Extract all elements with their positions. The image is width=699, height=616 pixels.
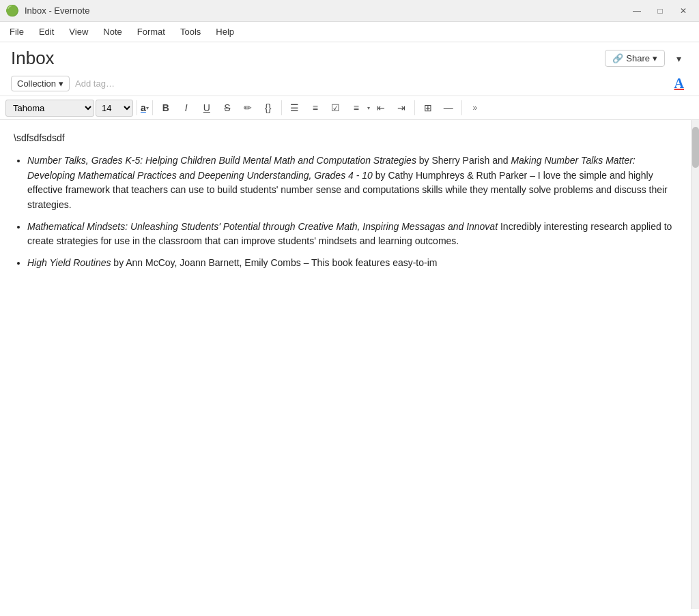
share-icon: 🔗 (612, 53, 623, 63)
menu-bar: File Edit View Note Format Tools Help (0, 22, 699, 42)
underline-button[interactable]: U (197, 99, 216, 117)
scrollbar-thumb[interactable] (692, 127, 699, 168)
more-options-button[interactable]: ▾ (669, 50, 688, 68)
tag-bar: Collection ▾ Add tag… A (0, 72, 699, 96)
window-title: Inbox - Evernote (25, 5, 89, 16)
title-bar: 🟢 Inbox - Evernote — □ ✕ (0, 0, 699, 22)
strikethrough-button[interactable]: S (218, 99, 237, 117)
list-item: High Yield Routines by Ann McCoy, Joann … (27, 256, 677, 271)
bullet-list: Number Talks, Grades K-5: Helping Childr… (27, 153, 677, 271)
toolbar-separator-5 (461, 100, 462, 115)
italic-button[interactable]: I (177, 99, 196, 117)
font-family-select[interactable]: Tahoma (5, 100, 94, 117)
table-button[interactable]: ⊞ (418, 99, 438, 117)
rule-button[interactable]: — (439, 99, 458, 117)
list-item-1-italic: Number Talks, Grades K-5: Helping Childr… (27, 155, 416, 166)
app-icon: 🟢 (5, 4, 19, 18)
minimize-button[interactable]: — (627, 4, 647, 18)
collection-button[interactable]: Collection ▾ (11, 76, 70, 91)
bold-button[interactable]: B (156, 99, 175, 117)
vertical-scrollbar[interactable] (691, 120, 699, 609)
outdent-button[interactable]: ⇤ (371, 99, 390, 117)
title-bar-left: 🟢 Inbox - Evernote (5, 4, 89, 18)
font-color-button[interactable]: A (670, 74, 688, 93)
indent-button[interactable]: ⇥ (392, 99, 411, 117)
share-button[interactable]: 🔗 Share ▾ (605, 50, 665, 67)
list-item-3-italic: High Yield Routines (27, 257, 111, 268)
share-label: Share (626, 53, 650, 63)
content-area: \sdfsdfsdsdf Number Talks, Grades K-5: H… (0, 120, 699, 609)
code-button[interactable]: {} (259, 99, 278, 117)
expand-toolbar-button[interactable]: » (466, 99, 485, 117)
note-content-body[interactable]: \sdfsdfsdsdf Number Talks, Grades K-5: H… (0, 120, 691, 609)
collection-dropdown-icon: ▾ (59, 78, 63, 89)
toolbar-separator-4 (414, 100, 415, 115)
list-item: Number Talks, Grades K-5: Helping Childr… (27, 153, 677, 213)
font-color-toolbar-btn[interactable]: a ▾ (141, 102, 149, 113)
note-title: Inbox (11, 48, 55, 69)
collection-label: Collection (17, 78, 56, 89)
maximize-button[interactable]: □ (650, 4, 670, 18)
checkbox-button[interactable]: ☑ (326, 99, 345, 117)
note-header: Inbox 🔗 Share ▾ ▾ (0, 42, 699, 72)
list-item-3-suffix: by Ann McCoy, Joann Barnett, Emily Combs… (113, 257, 437, 268)
highlight-button[interactable]: ✏ (238, 99, 257, 117)
menu-file[interactable]: File (3, 24, 31, 40)
bullet-list-button[interactable]: ☰ (285, 99, 304, 117)
header-actions: 🔗 Share ▾ ▾ (605, 50, 688, 68)
list-item-2-italic: Mathematical Mindsets: Unleashing Studen… (27, 221, 498, 232)
menu-note[interactable]: Note (96, 24, 128, 40)
menu-tools[interactable]: Tools (173, 24, 208, 40)
menu-help[interactable]: Help (209, 24, 241, 40)
path-text: \sdfsdfsdsdf (14, 131, 677, 145)
window-controls: — □ ✕ (627, 4, 694, 18)
font-color-a-label: a (141, 102, 146, 113)
font-color-dropdown-icon: ▾ (146, 105, 149, 111)
menu-edit[interactable]: Edit (32, 24, 61, 40)
share-dropdown-arrow: ▾ (653, 53, 657, 63)
align-dropdown-arrow: ▾ (367, 105, 370, 111)
toolbar-separator-3 (281, 100, 282, 115)
add-tag-field[interactable]: Add tag… (75, 78, 115, 89)
align-button[interactable]: ≡ (347, 99, 366, 117)
list-item-1-suffix: by Sherry Parish and (419, 155, 511, 166)
close-button[interactable]: ✕ (673, 4, 694, 18)
menu-view[interactable]: View (62, 24, 95, 40)
menu-format[interactable]: Format (130, 24, 172, 40)
numbered-list-button[interactable]: ≡ (306, 99, 325, 117)
toolbar-separator-2 (152, 100, 153, 115)
toolbar-separator-1 (137, 100, 137, 115)
list-item: Mathematical Mindsets: Unleashing Studen… (27, 220, 677, 249)
font-size-select[interactable]: 14 (96, 100, 133, 117)
format-toolbar: Tahoma 14 a ▾ B I U S ✏ {} ☰ ≡ ☑ ≡ ▾ ⇤ ⇥… (0, 96, 699, 120)
